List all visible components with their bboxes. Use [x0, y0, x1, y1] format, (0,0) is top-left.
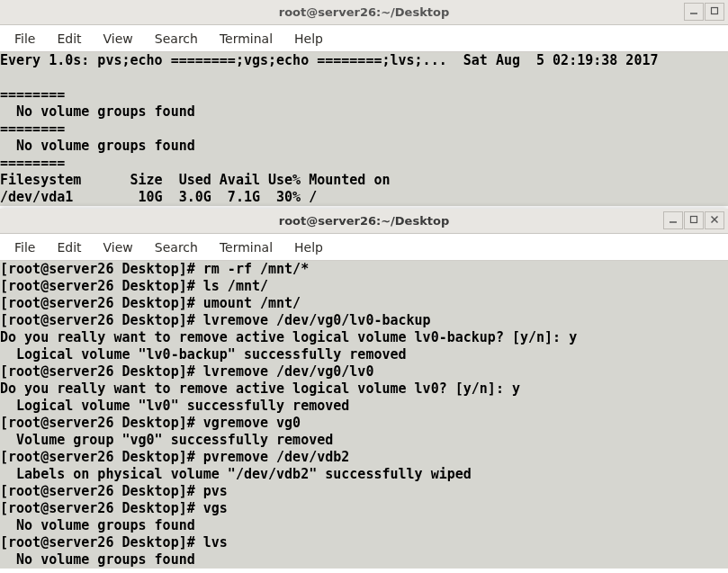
minimize-icon — [669, 215, 678, 226]
menu-search[interactable]: Search — [146, 30, 207, 48]
svg-rect-3 — [691, 217, 697, 223]
terminal-window-2: root@server26:~/Desktop File Edit View — [0, 209, 728, 573]
svg-rect-1 — [712, 8, 718, 14]
menu-terminal[interactable]: Terminal — [211, 238, 282, 256]
menu-view[interactable]: View — [94, 30, 142, 48]
menubar-2: File Edit View Search Terminal Help — [0, 234, 728, 261]
minimize-icon — [689, 6, 698, 17]
maximize-icon — [710, 6, 719, 17]
minimize-button[interactable] — [684, 3, 704, 21]
menu-help[interactable]: Help — [285, 238, 332, 256]
menu-edit[interactable]: Edit — [48, 238, 90, 256]
menu-file[interactable]: File — [5, 30, 44, 48]
menu-file[interactable]: File — [5, 238, 44, 256]
minimize-button[interactable] — [663, 211, 683, 229]
maximize-icon — [689, 215, 698, 226]
terminal-window-1: root@server26:~/Desktop File Edit View S… — [0, 0, 728, 209]
close-button[interactable] — [705, 211, 724, 229]
menu-search[interactable]: Search — [146, 238, 207, 256]
close-icon — [710, 215, 719, 226]
window-buttons-2 — [663, 211, 724, 229]
menu-edit[interactable]: Edit — [48, 30, 90, 48]
window-title-2: root@server26:~/Desktop — [279, 214, 450, 228]
menu-help[interactable]: Help — [285, 30, 332, 48]
window-buttons-1 — [684, 3, 724, 21]
menu-terminal[interactable]: Terminal — [211, 30, 282, 48]
menubar-1: File Edit View Search Terminal Help — [0, 25, 728, 52]
titlebar-2: root@server26:~/Desktop — [0, 209, 728, 234]
titlebar-1: root@server26:~/Desktop — [0, 0, 728, 25]
window-title-1: root@server26:~/Desktop — [279, 5, 450, 19]
terminal-output-1[interactable]: Every 1.0s: pvs;echo ========;vgs;echo =… — [0, 52, 728, 206]
terminal-output-2[interactable]: [root@server26 Desktop]# rm -rf /mnt/* [… — [0, 261, 728, 569]
maximize-button[interactable] — [705, 3, 724, 21]
maximize-button[interactable] — [684, 211, 704, 229]
menu-view[interactable]: View — [94, 238, 142, 256]
